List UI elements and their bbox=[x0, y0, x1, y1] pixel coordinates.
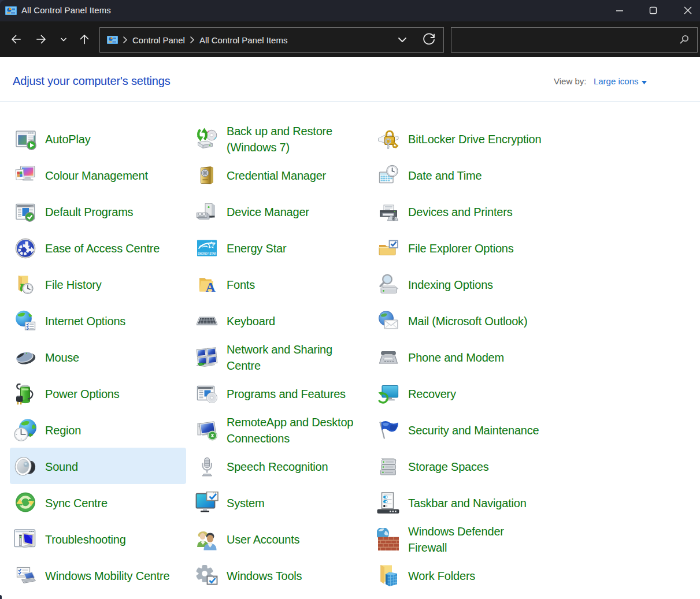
svg-text:A: A bbox=[206, 280, 216, 295]
svg-text:ENERGY STAR: ENERGY STAR bbox=[198, 252, 217, 255]
